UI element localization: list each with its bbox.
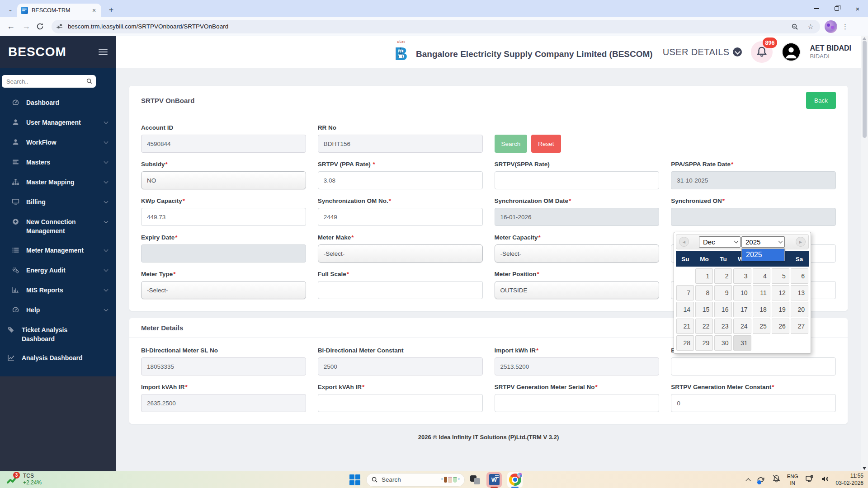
word-taskbar-icon[interactable]: W [486,472,502,488]
scrollbar-thumb[interactable] [863,41,867,138]
notifications-off-icon[interactable] [772,474,781,485]
month-select[interactable]: Dec [699,236,741,248]
calendar-day[interactable]: 30 [714,335,732,351]
calendar-day[interactable]: 16 [714,302,732,317]
sidebar-item-meter-management[interactable]: Meter Management [0,241,116,261]
start-button[interactable] [349,474,361,486]
taskbar-search[interactable]: Search ** [366,473,465,487]
calendar-day[interactable]: 20 [791,302,808,317]
scroll-up-icon[interactable] [863,37,866,40]
browser-profile-avatar[interactable] [825,20,837,33]
calendar-day[interactable]: 5 [772,268,789,284]
scroll-down-icon[interactable] [863,467,866,470]
site-info-icon[interactable] [56,23,63,30]
update-icon[interactable] [756,475,766,485]
calendar-day[interactable]: 4 [753,268,770,284]
synchronized-on-input[interactable] [671,208,836,226]
full-scale-input[interactable] [318,281,483,299]
new-tab-button[interactable]: + [106,5,117,15]
calendar-day[interactable]: 18 [753,302,770,317]
search-button[interactable]: Search [495,135,528,153]
minimize-button[interactable] [806,0,826,17]
calendar-day[interactable]: 28 [676,335,694,351]
meter-capacity-select[interactable]: -Select- [495,244,660,263]
bookmark-star-icon[interactable]: ☆ [806,23,816,31]
taskbar-clock[interactable]: 11:55 03-02-2026 [836,473,863,487]
url-bar[interactable]: bescom.trm.ieasybill.com/SRTPVOnboard/SR… [52,20,820,33]
hidden-icons-chevron[interactable] [745,478,750,483]
sidebar-item-mis-reports[interactable]: MIS Reports [0,281,116,300]
calendar-day[interactable]: 8 [695,285,713,300]
search-icon[interactable] [86,78,93,86]
sidebar-item-help[interactable]: Help [0,300,116,320]
meter-type-select[interactable]: -Select- [141,281,306,299]
rr-no-input[interactable] [318,135,483,153]
calendar-day[interactable]: 21 [676,319,694,334]
sidebar-search-input[interactable] [2,75,96,88]
calendar-day[interactable]: 14 [676,302,694,317]
notifications-bell[interactable]: 896 [751,41,773,63]
calendar-day[interactable]: 31 [733,335,751,351]
gen-meter-serial-input[interactable] [495,394,660,412]
calendar-day[interactable]: 19 [772,302,789,317]
subsidy-select[interactable]: NO [141,171,306,189]
sidebar-item-billing[interactable]: Billing [0,192,116,212]
import-kvah-input[interactable] [141,394,306,412]
forward-icon[interactable]: → [21,22,32,31]
import-kwh-input[interactable] [495,357,660,375]
taskbar-stock-widget[interactable]: 3 TCS +2.24% [6,473,42,486]
user-details-dropdown[interactable]: USER DETAILS [663,47,742,57]
calendar-day[interactable]: 13 [791,285,808,300]
sidebar-item-dashboard[interactable]: Dashboard [0,93,116,113]
calendar-day[interactable]: 29 [695,335,713,351]
sidebar-item-masters[interactable]: Masters [0,153,116,173]
year-select[interactable]: 2025 [741,236,785,248]
sidebar-item-master-mapping[interactable]: Master Mapping [0,173,116,192]
calendar-day[interactable]: 7 [676,285,694,300]
calendar-day[interactable]: 24 [733,319,751,334]
reset-button[interactable]: Reset [531,135,561,153]
account-id-input[interactable] [141,135,306,153]
calendar-day[interactable]: 15 [695,302,713,317]
next-month-icon[interactable]: ► [796,237,806,247]
ppa-rate-input[interactable] [318,171,483,189]
sidebar-item-analysis-dashboard[interactable]: Analysis Dashboard [0,348,116,368]
prev-month-icon[interactable]: ◄ [679,237,689,247]
calendar-day[interactable]: 2 [714,268,732,284]
restore-button[interactable] [826,0,847,17]
meter-position-select[interactable]: OUTSIDE [495,281,660,299]
gen-meter-constant-input[interactable] [671,394,836,412]
sppa-rate-input[interactable] [495,171,660,189]
reload-icon[interactable] [36,23,47,30]
sidebar-item-workflow[interactable]: WorkFlow [0,133,116,153]
bidir-sl-no-input[interactable] [141,357,306,375]
meter-make-select[interactable]: -Select- [318,244,483,263]
export-kvah-input[interactable] [318,394,483,412]
calendar-day[interactable]: 27 [791,319,808,334]
sidebar-item-energy-audit[interactable]: Energy Audit [0,261,116,281]
tab-close-icon[interactable]: × [90,7,98,14]
calendar-day[interactable]: 22 [695,319,713,334]
sidebar-item-new-connection-management[interactable]: New Connection Management [0,212,116,241]
user-avatar[interactable] [782,42,801,61]
scrollbar[interactable] [861,36,868,471]
calendar-day[interactable]: 3 [733,268,751,284]
volume-icon[interactable] [820,474,830,486]
tab-search-chevron-icon[interactable]: ⌄ [5,5,15,14]
calendar-day[interactable]: 11 [753,285,770,300]
year-option[interactable]: 2025 [742,249,784,261]
calendar-day[interactable]: 17 [733,302,751,317]
calendar-day[interactable]: 6 [791,268,808,284]
network-icon[interactable] [804,474,814,486]
calendar-day[interactable]: 12 [772,285,789,300]
calendar-day[interactable]: 23 [714,319,732,334]
sidebar-item-ticket-analysis-dashboard[interactable]: Ticket Analysis Dashboard [0,320,116,349]
browser-menu-icon[interactable]: ⋮ [842,23,848,31]
sync-om-date-input[interactable] [495,208,660,226]
sidebar-item-user-management[interactable]: User Management [0,113,116,133]
calendar-day[interactable]: 1 [695,268,713,284]
bidir-constant-input[interactable] [318,357,483,375]
close-button[interactable]: × [847,0,868,17]
chrome-taskbar-icon[interactable] [507,472,523,488]
expiry-date-input[interactable] [141,244,306,263]
